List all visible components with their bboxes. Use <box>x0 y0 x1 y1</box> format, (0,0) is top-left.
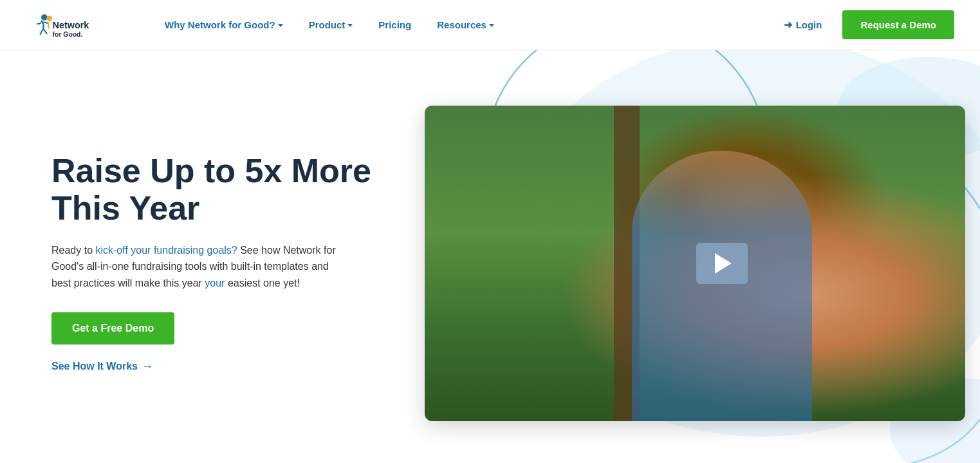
see-how-link[interactable]: See How It Works → <box>51 360 386 373</box>
chevron-down-icon <box>347 24 353 27</box>
play-button[interactable] <box>696 243 748 284</box>
video-thumbnail[interactable] <box>425 106 965 421</box>
hero-link-fundraising: kick-off your fundraising goals? <box>95 245 237 256</box>
nav-links: Why Network for Good? Product Pricing Re… <box>154 14 773 35</box>
video-background <box>425 106 965 421</box>
nav-item-pricing[interactable]: Pricing <box>368 14 421 35</box>
logo[interactable]: Network for Good. <box>26 8 129 42</box>
hero-body-text: Ready to kick-off your fundraising goals… <box>51 242 347 292</box>
request-demo-button[interactable]: Request a Demo <box>842 10 954 39</box>
navigation: Network for Good. Why Network for Good? … <box>0 0 980 50</box>
svg-point-0 <box>41 14 48 21</box>
hero-title: Raise Up to 5x More This Year <box>51 153 386 226</box>
hero-section: Raise Up to 5x More This Year Ready to k… <box>0 50 980 463</box>
svg-point-1 <box>47 15 52 21</box>
chevron-down-icon <box>278 24 283 27</box>
nav-item-product[interactable]: Product <box>299 14 364 35</box>
hero-link-your: your <box>205 278 225 288</box>
svg-text:for Good.: for Good. <box>53 30 83 37</box>
svg-text:Network: Network <box>53 19 90 30</box>
nav-item-why[interactable]: Why Network for Good? <box>154 14 293 35</box>
person-element <box>632 151 812 421</box>
play-icon <box>715 253 732 274</box>
hero-content-left: Raise Up to 5x More This Year Ready to k… <box>51 153 386 373</box>
arrow-right-icon: → <box>142 360 153 373</box>
free-demo-button[interactable]: Get a Free Demo <box>51 312 174 345</box>
hero-video-area <box>425 106 965 421</box>
chevron-down-icon <box>489 24 494 27</box>
login-button[interactable]: ➜ Login <box>773 14 833 36</box>
login-icon: ➜ <box>784 19 792 31</box>
nav-item-resources[interactable]: Resources <box>427 14 504 35</box>
